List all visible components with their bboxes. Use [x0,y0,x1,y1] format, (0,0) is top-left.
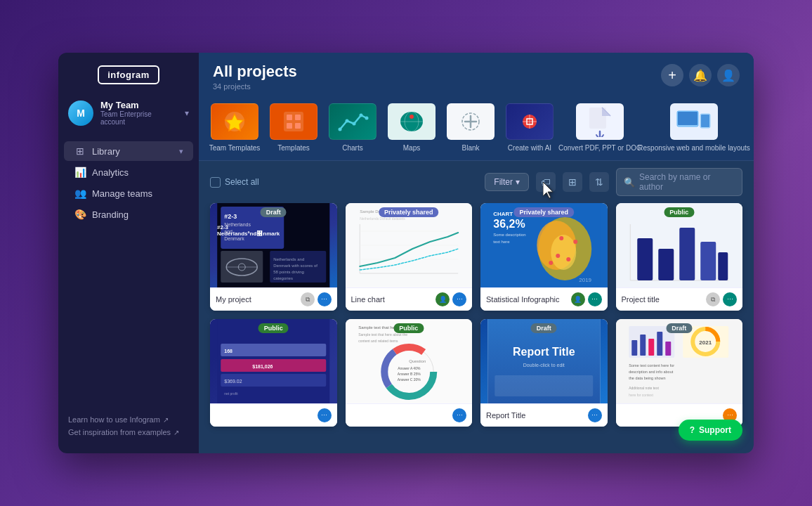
user-button[interactable]: 👤 [717,64,740,86]
template-item-responsive[interactable]: Responsive web and mobile layouts [646,103,742,152]
svg-rect-103 [640,335,646,356]
template-item-templates[interactable]: Templates [269,103,318,152]
card-copy-button[interactable]: ⧉ [706,292,720,306]
card-actions: ⧉ ⋯ [301,292,332,306]
card-menu-button[interactable]: ⋯ [588,292,602,306]
svg-text:text here: text here [493,240,510,244]
svg-text:Netherlands and: Netherlands and [273,257,304,261]
support-icon: ? [690,425,695,435]
svg-rect-72 [700,242,716,280]
support-button[interactable]: ? Support [679,420,742,441]
project-card-public-1[interactable]: Public 168 $181,026 $369.02 net profit [210,319,337,427]
tag-button[interactable]: 🏷 [536,172,556,192]
svg-text:Denmark: Denmark [224,236,244,241]
header-actions: + 🔔 👤 [661,64,740,86]
team-sub: Team Enterprise account [100,110,178,126]
learn-link[interactable]: Learn how to use Infogram ↗ [68,415,189,424]
svg-text:Double-click to edit: Double-click to edit [523,363,565,368]
search-box[interactable]: 🔍 Search by name or author [616,168,742,196]
template-thumb [211,103,258,140]
template-label: Convert PDF, PPT or DOC [558,144,641,152]
header-left: All projects 34 projects [213,63,297,91]
sidebar-item-library[interactable]: ⊞ Library ▾ [64,141,193,161]
sidebar-logo: infogram [58,53,199,93]
svg-text:Answer B 25%: Answer B 25% [397,372,420,376]
logo: infogram [98,65,159,84]
card-menu-button[interactable]: ⋯ [317,408,332,422]
sidebar-item-branding[interactable]: 🎨 Branding [64,205,193,224]
svg-point-60 [549,261,553,265]
card-copy-button[interactable]: ⧉ [301,292,315,306]
card-menu-button[interactable]: ⋯ [452,408,466,422]
card-title: Report Title [486,411,588,420]
svg-rect-69 [637,238,653,280]
template-thumb [576,103,624,140]
card-actions: ⋯ [317,408,332,422]
template-label: Responsive web and mobile layouts [638,144,750,152]
project-card-statistical-infographic[interactable]: Privately shared CHART TITLE 36,2% Some … [480,203,608,311]
card-menu-button[interactable]: ⋯ [723,292,737,306]
card-title: Statistical Infographic [486,295,571,304]
select-all-wrap: Select all [210,177,259,188]
svg-rect-99 [495,375,593,396]
grid-view-button[interactable]: ⊞ [563,172,582,192]
svg-rect-105 [657,332,662,356]
filter-button[interactable]: Filter ▾ [485,173,529,191]
sidebar-item-analytics[interactable]: 📊 Analytics [64,162,193,182]
project-card-my-project[interactable]: Draft #2-3 Netherlands and Denmark [210,203,337,311]
template-item-convert-pdf[interactable]: Convert PDF, PPT or DOC [564,103,636,152]
select-all-label: Select all [225,177,259,187]
chevron-down-icon: ▾ [179,147,183,156]
card-badge: Draft [531,323,557,333]
template-thumb [329,103,376,140]
card-menu-button[interactable]: ⋯ [317,292,332,306]
template-thumb [506,103,554,140]
arrow-icon: ↗ [163,416,169,424]
projects-grid: Draft #2-3 Netherlands and Denmark [199,203,754,453]
team-selector[interactable]: M My Team Team Enterprise account ▾ [58,93,199,133]
card-footer: Line chart 👤 ⋯ [346,287,473,311]
svg-text:Answer C 20%: Answer C 20% [397,377,421,382]
sort-button[interactable]: ⇅ [589,172,609,192]
template-thumb [447,103,495,140]
card-badge: Public [393,323,424,333]
svg-point-62 [566,257,570,261]
sidebar-item-manage-teams[interactable]: 👥 Manage teams [64,183,193,203]
template-item-create-ai[interactable]: Create with AI [505,103,554,152]
template-label: Charts [342,144,362,152]
template-item-blank[interactable]: Blank [446,103,495,152]
card-badge: Privately shared [379,207,439,217]
chevron-down-icon: ▾ [185,108,189,118]
project-card-draft-1[interactable]: Draft Some text content here for descrip… [616,319,743,427]
card-footer: Project title ⧉ ⋯ [616,287,743,311]
sidebar-item-label: Analytics [92,167,183,178]
template-item-maps[interactable]: Maps [387,103,436,152]
svg-text:2021: 2021 [699,339,712,346]
svg-text:$181,026: $181,026 [252,364,273,370]
template-label: Maps [403,144,420,152]
card-menu-button[interactable]: ⋯ [588,408,602,422]
project-card-public-2[interactable]: Public Sample text that here Sample text… [346,319,473,427]
svg-point-11 [365,117,369,120]
svg-text:Denmark with scores of: Denmark with scores of [273,264,317,268]
select-all-checkbox[interactable] [210,177,221,188]
project-card-line-chart[interactable]: Privately shared Sample Default Netherla… [346,203,473,311]
template-item-charts[interactable]: Charts [328,103,377,152]
main-header: All projects 34 projects + 🔔 👤 [199,53,754,98]
svg-text:content and related items: content and related items [358,339,398,343]
notifications-button[interactable]: 🔔 [689,64,712,86]
svg-text:Answer A 40%: Answer A 40% [398,366,421,370]
card-footer: Report Title ⋯ [480,403,608,427]
inspire-link[interactable]: Get inspiration from examples ↗ [68,428,189,436]
project-card-project-title[interactable]: Public Pr [616,203,743,311]
template-item-team-templates[interactable]: Team Templates [210,103,259,152]
card-share-button[interactable]: 👤 [571,292,585,306]
project-card-report-title[interactable]: Draft Report Title [480,319,608,427]
svg-text:and: and [224,229,233,234]
svg-rect-104 [648,339,654,356]
card-menu-button[interactable]: ⋯ [452,292,466,306]
svg-text:here for context: here for context [629,393,653,397]
template-label: Templates [277,144,310,152]
add-button[interactable]: + [661,64,683,86]
card-share-button[interactable]: 👤 [436,292,450,306]
